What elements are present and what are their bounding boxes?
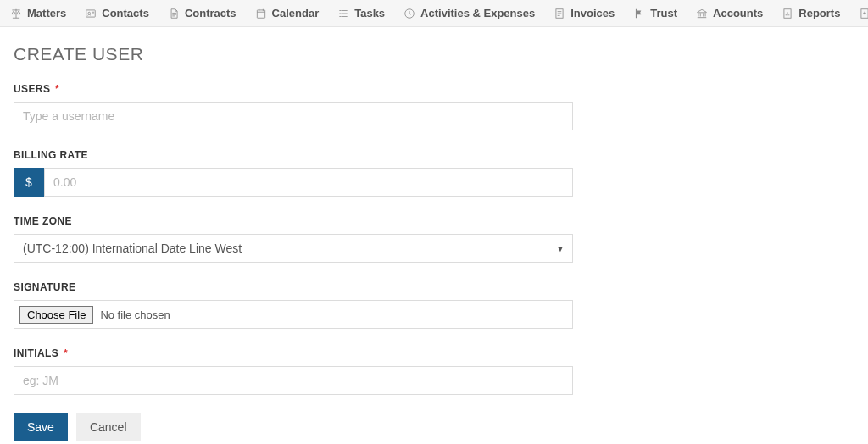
intake-icon <box>859 8 868 19</box>
page-content: CREATE USER USERS * BILLING RATE $ TIME … <box>0 27 593 444</box>
document-icon <box>168 8 180 19</box>
field-group-initials: INITIALS * <box>14 347 580 395</box>
nav-label: Trust <box>650 7 677 19</box>
nav-label: Reports <box>798 7 840 19</box>
clock-icon <box>403 8 415 19</box>
signature-label: SIGNATURE <box>14 281 580 293</box>
field-group-signature: SIGNATURE Choose File No file chosen <box>14 281 580 329</box>
flag-icon <box>633 8 645 19</box>
top-nav: Matters Contacts Contracts Calendar Task… <box>0 0 868 27</box>
label-text: INITIALS <box>14 347 58 359</box>
time-zone-select[interactable]: (UTC-12:00) International Date Line West <box>14 234 573 263</box>
label-text: USERS <box>14 83 50 95</box>
scales-icon <box>10 8 22 19</box>
nav-label: Tasks <box>354 7 385 19</box>
file-status-text: No file chosen <box>100 308 170 321</box>
time-zone-select-wrap: (UTC-12:00) International Date Line West… <box>14 234 573 263</box>
required-asterisk: * <box>64 347 68 359</box>
nav-label: Contacts <box>102 7 149 19</box>
tasks-icon <box>337 8 349 19</box>
nav-item-trust[interactable]: Trust <box>633 7 677 19</box>
time-zone-label: TIME ZONE <box>14 215 580 227</box>
cancel-button[interactable]: Cancel <box>76 413 141 441</box>
nav-label: Invoices <box>570 7 615 19</box>
label-text: SIGNATURE <box>14 281 75 293</box>
svg-rect-2 <box>257 9 264 17</box>
button-row: Save Cancel <box>14 413 580 441</box>
nav-item-reports[interactable]: Reports <box>782 7 840 19</box>
save-button[interactable]: Save <box>14 413 68 441</box>
nav-item-tasks[interactable]: Tasks <box>337 7 385 19</box>
contact-card-icon <box>85 8 97 19</box>
nav-label: Calendar <box>272 7 320 19</box>
currency-prefix: $ <box>14 168 44 197</box>
nav-label: Contracts <box>185 7 236 19</box>
users-label: USERS * <box>14 83 580 95</box>
nav-item-contracts[interactable]: Contracts <box>168 7 236 19</box>
signature-file-row: Choose File No file chosen <box>14 300 573 329</box>
svg-point-1 <box>88 12 90 14</box>
billing-rate-input[interactable] <box>44 168 573 197</box>
field-group-users: USERS * <box>14 83 580 130</box>
nav-label: Accounts <box>713 7 763 19</box>
bank-icon <box>696 8 708 19</box>
nav-item-calendar[interactable]: Calendar <box>255 7 320 19</box>
billing-rate-label: BILLING RATE <box>14 149 580 161</box>
nav-label: Matters <box>27 7 66 19</box>
initials-label: INITIALS * <box>14 347 580 359</box>
nav-item-activities[interactable]: Activities & Expenses <box>403 7 535 19</box>
invoice-icon <box>554 8 565 19</box>
field-group-billing-rate: BILLING RATE $ <box>14 149 580 197</box>
calendar-icon <box>255 8 267 19</box>
nav-label: Activities & Expenses <box>420 7 535 19</box>
report-icon <box>782 8 793 19</box>
nav-item-contacts[interactable]: Contacts <box>85 7 149 19</box>
initials-input[interactable] <box>14 366 573 395</box>
label-text: TIME ZONE <box>14 215 72 227</box>
page-title: CREATE USER <box>14 44 580 64</box>
nav-item-accounts[interactable]: Accounts <box>696 7 763 19</box>
nav-item-invoices[interactable]: Invoices <box>554 7 615 19</box>
nav-item-matters[interactable]: Matters <box>10 7 66 19</box>
field-group-time-zone: TIME ZONE (UTC-12:00) International Date… <box>14 215 580 263</box>
nav-item-intake[interactable]: Intake <box>859 7 868 19</box>
required-asterisk: * <box>55 83 59 95</box>
users-input[interactable] <box>14 102 573 130</box>
choose-file-button[interactable]: Choose File <box>19 306 93 324</box>
label-text: BILLING RATE <box>14 149 88 161</box>
billing-rate-wrap: $ <box>14 168 573 197</box>
